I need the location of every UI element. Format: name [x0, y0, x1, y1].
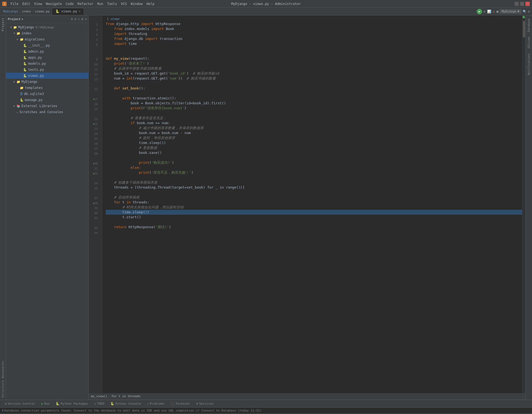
project-selector[interactable]: MyDjango ▼	[500, 9, 522, 14]
tree-item-mydjango-root[interactable]: ▼ 📁 MyDjango D:\MyDjango	[6, 24, 88, 30]
breadcrumb-index[interactable]: index	[22, 10, 31, 13]
tree-item-scratches[interactable]: ▶ ✏ Scratches and Consoles	[6, 109, 88, 115]
maximize-button[interactable]: □	[520, 2, 524, 6]
code-line-17: with transaction.atomic():	[106, 96, 522, 101]
tree-item-mydjango2[interactable]: ▶ 📁 MyDjango	[6, 79, 88, 85]
tab-bar: MyDjango › index › views.py 🐍 views.py ×…	[0, 8, 532, 15]
profile-icon[interactable]: 📊	[487, 10, 491, 13]
bottom-tab-python-console[interactable]: 🐍 Python Console	[108, 401, 144, 407]
tree-label-migrations: migrations	[25, 37, 45, 41]
right-tab-database[interactable]: Database	[526, 17, 531, 34]
py-icon-manage: 🐍	[20, 98, 24, 102]
project-title: Project	[8, 17, 20, 21]
tree-item-extlibs[interactable]: ▶ 📚 External Libraries	[6, 103, 88, 109]
minimize-button[interactable]: ─	[514, 2, 519, 6]
project-vertical-label[interactable]: Project	[1, 18, 4, 31]
menu-help[interactable]: Help	[145, 1, 156, 6]
menu-file[interactable]: File	[9, 1, 20, 6]
right-tab-notifications[interactable]: Notifications	[526, 51, 531, 77]
tree-item-db[interactable]: ▶ 🗄 db.sqlite3	[6, 91, 88, 97]
tree-item-views[interactable]: ▶ 🐍 views.py	[6, 73, 88, 79]
vc-label: Version Control	[8, 402, 35, 405]
code-line-22: if book.num >= num:	[106, 121, 522, 126]
breadcrumb: MyDjango › index › views.py	[1, 10, 52, 13]
code-content[interactable]: 1 usage from django.http import HttpResp…	[102, 15, 522, 393]
menu-code[interactable]: Code	[64, 1, 75, 6]
project-settings-icon[interactable]: ≡	[82, 17, 83, 21]
tree-item-templates[interactable]: ▶ 📁 templates	[6, 85, 88, 91]
code-line-39: # 时间太块就会出问题，所以延时启动	[106, 205, 522, 210]
project-close-icon[interactable]: ×	[85, 17, 87, 21]
menu-view[interactable]: View	[32, 1, 44, 6]
term-label: Terminal	[175, 402, 190, 405]
editor-scrollbar[interactable]	[522, 15, 525, 393]
bottom-tab-terminal[interactable]: ⬛ Terminal	[168, 401, 193, 407]
menu-navigate[interactable]: Navigate	[44, 1, 64, 6]
structure-vertical-label[interactable]: Structure	[1, 380, 4, 397]
code-line-5: from django.db import transaction	[106, 36, 522, 41]
bottom-tab-todo[interactable]: ☑ TODO	[91, 401, 107, 407]
tree-item-models[interactable]: ▶ 🐍 models.py	[6, 61, 88, 67]
tree-item-manage[interactable]: ▶ 🐍 manage.py	[6, 97, 88, 103]
bottom-tab-services[interactable]: ⚙ Services	[193, 401, 216, 407]
tree-item-init[interactable]: ▶ 🐍 __init__.py	[6, 42, 88, 48]
menu-refactor[interactable]: Refactor	[76, 1, 95, 6]
code-line-7	[106, 46, 522, 51]
usage-hint: 1 usage	[106, 17, 522, 21]
menu-edit[interactable]: Edit	[21, 1, 32, 6]
stop-icon[interactable]: ■	[496, 10, 498, 13]
search-icon[interactable]: 🔍	[523, 10, 527, 13]
project-dropdown-icon[interactable]: ▼	[21, 18, 23, 21]
close-button[interactable]: ×	[525, 2, 530, 6]
project-panel: Project ▼ ⊙ ⚙ — ≡ × ▼ 📁 MyDjango D:\MyDj…	[6, 15, 89, 400]
tree-label-root: MyDjango	[18, 25, 34, 29]
menu-window[interactable]: Window	[129, 1, 144, 6]
tree-item-admin[interactable]: ▶ 🐍 admin.py	[6, 48, 88, 55]
code-line-2: from django.http import HttpResponse	[106, 21, 522, 26]
svg-text:J: J	[4, 3, 5, 5]
scroll-thumb[interactable]	[523, 21, 525, 37]
tree-item-tests[interactable]: ▶ 🐍 tests.py	[6, 67, 88, 73]
bottom-tab-problems[interactable]: ⚠ Problems	[144, 401, 167, 407]
build-icon[interactable]: ⚙	[483, 10, 485, 13]
project-sync-icon[interactable]: ⊙	[71, 17, 73, 21]
code-line-36	[106, 190, 522, 195]
bottom-tab-run[interactable]: ▶ Run	[39, 401, 53, 407]
project-cog-icon[interactable]: ⚙	[75, 17, 77, 21]
breadcrumb-function[interactable]: my_view()	[91, 394, 107, 398]
code-line-13: num = int(request.GET.get('num')) # 购买书籍…	[106, 76, 522, 81]
editor-tab-views[interactable]: 🐍 views.py ×	[52, 8, 84, 15]
tree-item-migrations[interactable]: ▶ 📁 migrations	[6, 36, 88, 42]
tab-close-button[interactable]: ×	[79, 10, 80, 13]
left-sidebar-strip: Project Bookmarks Structure	[0, 15, 6, 400]
code-line-34: # 创建多个线程来模拟并发	[106, 180, 522, 185]
folder-icon-index: 📁	[17, 32, 20, 35]
project-selector-label: MyDjango	[502, 10, 516, 13]
run-button[interactable]: ▶	[477, 9, 482, 14]
code-line-10: print('请求来了!')	[106, 61, 522, 66]
tree-item-apps[interactable]: ▶ 🐍 apps.py	[6, 55, 88, 61]
expand-arrow-mydjango2: ▶	[13, 80, 16, 83]
expand-arrow-extlibs: ▶	[13, 105, 16, 107]
menu-tools[interactable]: Tools	[105, 1, 119, 6]
bottom-tab-python-packages[interactable]: 🐍 Python Packages	[53, 401, 91, 407]
menu-vcs[interactable]: VCS	[119, 1, 129, 6]
todo-icon: ☑	[94, 402, 96, 405]
bottom-tab-version-control[interactable]: ⊕ Version Control	[2, 401, 38, 407]
menu-run[interactable]: Run	[96, 1, 105, 6]
project-collapse-icon[interactable]: —	[78, 17, 80, 21]
breadcrumb-loop[interactable]: for t in threads	[111, 394, 140, 398]
pkgs-icon: 🐍	[56, 402, 59, 405]
reload-icon[interactable]: ↻	[493, 10, 495, 13]
tree-label-init: __init__.py	[28, 43, 50, 47]
tree-label-apps: apps.py	[28, 56, 42, 59]
breadcrumb-project[interactable]: MyDjango	[3, 10, 18, 13]
settings-icon[interactable]: ⚙	[528, 10, 530, 13]
right-tab-sqview[interactable]: SQlview	[526, 35, 531, 51]
bookmarks-vertical-label[interactable]: Bookmarks	[1, 361, 4, 378]
tree-label-tests: tests.py	[28, 68, 44, 72]
tree-label-templates: templates	[25, 86, 43, 90]
tree-item-index[interactable]: ▼ 📁 index	[6, 30, 88, 36]
breadcrumb-file[interactable]: views.py	[35, 10, 50, 13]
bottom-tabs-bar: ⊕ Version Control ▶ Run 🐍 Python Package…	[0, 400, 532, 407]
